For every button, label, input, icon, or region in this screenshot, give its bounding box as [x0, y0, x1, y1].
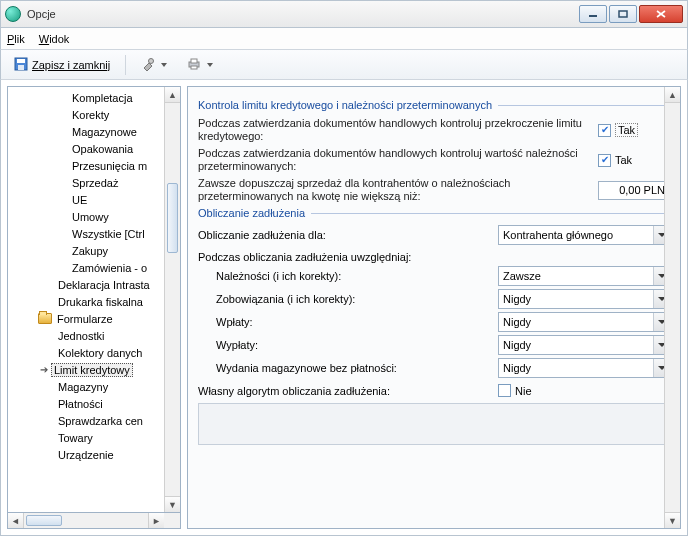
- tree-item-label: Formularze: [55, 313, 115, 325]
- save-close-label: Zapisz i zamknij: [32, 59, 110, 71]
- arrow-icon: ➔: [40, 364, 48, 375]
- tree-item[interactable]: Jednostki: [8, 327, 180, 344]
- svg-rect-5: [17, 59, 25, 63]
- tree-item[interactable]: Przesunięcia m: [8, 157, 180, 174]
- tree-item-label: Przesunięcia m: [70, 160, 149, 172]
- scroll-track[interactable]: [165, 103, 180, 496]
- chevron-down-icon: [161, 63, 167, 67]
- tree-item-label: Wszystkie [Ctrl: [70, 228, 147, 240]
- checkbox-control-credit-limit[interactable]: ✔ Tak: [598, 123, 670, 137]
- select-value: Zawsze: [503, 270, 541, 282]
- close-button[interactable]: [639, 5, 683, 23]
- tree-item[interactable]: UE: [8, 191, 180, 208]
- tree-item-label: Zakupy: [70, 245, 110, 257]
- tree-item[interactable]: Drukarka fiskalna: [8, 293, 180, 310]
- consider-select[interactable]: Nigdy: [498, 289, 670, 309]
- tree-item[interactable]: Magazyny: [8, 378, 180, 395]
- tree-item[interactable]: Urządzenie: [8, 446, 180, 463]
- tree-item-label: Sprzedaż: [70, 177, 120, 189]
- scroll-thumb[interactable]: [26, 515, 62, 526]
- tree-item-label: Deklaracja Intrasta: [56, 279, 152, 291]
- consider-label: Zobowiązania (i ich korekty):: [198, 293, 498, 305]
- tree-item[interactable]: Umowy: [8, 208, 180, 225]
- tree-panel: KompletacjaKorektyMagazynoweOpakowaniaPr…: [7, 86, 181, 529]
- checkbox-own-algorithm[interactable]: Nie: [498, 384, 670, 397]
- tree-item-label: Kolektory danych: [56, 347, 144, 359]
- scroll-down-button[interactable]: ▼: [165, 496, 180, 512]
- label-own-algorithm: Własny algorytm obliczania zadłużenia:: [198, 385, 498, 397]
- scroll-up-button[interactable]: ▲: [665, 87, 680, 103]
- tree-item-label: Magazynowe: [70, 126, 139, 138]
- tree-item-label: Korekty: [70, 109, 111, 121]
- consider-row: Wypłaty:Nigdy: [198, 335, 670, 355]
- tree-vscrollbar[interactable]: ▲ ▼: [164, 87, 180, 512]
- group-title-label: Kontrola limitu kredytowego i należności…: [198, 99, 492, 111]
- tree-item[interactable]: Wszystkie [Ctrl: [8, 225, 180, 242]
- consider-label: Wpłaty:: [198, 316, 498, 328]
- tree-item[interactable]: ➔Limit kredytowy: [8, 361, 180, 378]
- nav-tree[interactable]: KompletacjaKorektyMagazynoweOpakowaniaPr…: [7, 86, 181, 513]
- tree-item-label: Jednostki: [56, 330, 106, 342]
- client-area: KompletacjaKorektyMagazynoweOpakowaniaPr…: [0, 80, 688, 536]
- scroll-track[interactable]: [665, 103, 680, 512]
- consider-select[interactable]: Nigdy: [498, 335, 670, 355]
- scroll-thumb[interactable]: [167, 183, 178, 253]
- checkbox-icon: ✔: [598, 124, 611, 137]
- menubar: Plik Widok: [0, 28, 688, 50]
- checkbox-icon: ✔: [598, 154, 611, 167]
- group-credit-limit: Kontrola limitu kredytowego i należności…: [198, 99, 670, 111]
- scroll-up-button[interactable]: ▲: [165, 87, 180, 103]
- settings-panel: Kontrola limitu kredytowego i należności…: [187, 86, 681, 529]
- tree-item[interactable]: Formularze: [8, 310, 180, 327]
- consider-select[interactable]: Nigdy: [498, 312, 670, 332]
- tree-item-label: Zamówienia - o: [70, 262, 149, 274]
- scroll-right-button[interactable]: ►: [148, 513, 164, 528]
- tree-item[interactable]: Sprzedaż: [8, 174, 180, 191]
- tree-item-label: Towary: [56, 432, 95, 444]
- scroll-down-button[interactable]: ▼: [665, 512, 680, 528]
- consider-label: Wypłaty:: [198, 339, 498, 351]
- chevron-down-icon: [207, 63, 213, 67]
- tree-item[interactable]: Sprawdzarka cen: [8, 412, 180, 429]
- tree-item[interactable]: Zakupy: [8, 242, 180, 259]
- save-close-button[interactable]: Zapisz i zamknij: [7, 53, 117, 77]
- consider-row: Wpłaty:Nigdy: [198, 312, 670, 332]
- scroll-track[interactable]: [24, 513, 148, 528]
- description-box: [198, 403, 670, 445]
- tree-item[interactable]: Opakowania: [8, 140, 180, 157]
- folder-icon: [38, 313, 52, 324]
- tree-item-label: Umowy: [70, 211, 111, 223]
- tree-item[interactable]: Zamówienia - o: [8, 259, 180, 276]
- consider-select[interactable]: Nigdy: [498, 358, 670, 378]
- consider-row: Wydania magazynowe bez płatności:Nigdy: [198, 358, 670, 378]
- print-dropdown[interactable]: [180, 53, 220, 77]
- consider-select[interactable]: Zawsze: [498, 266, 670, 286]
- scroll-left-button[interactable]: ◄: [8, 513, 24, 528]
- tree-item[interactable]: Towary: [8, 429, 180, 446]
- tree-item[interactable]: Kompletacja: [8, 89, 180, 106]
- checkbox-label: Tak: [615, 154, 632, 166]
- tree-item-label: Limit kredytowy: [51, 363, 133, 377]
- tools-dropdown[interactable]: [134, 53, 174, 77]
- input-allow-amount[interactable]: 0,00 PLN: [598, 181, 670, 200]
- tree-item-label: Płatności: [56, 398, 105, 410]
- minimize-button[interactable]: [579, 5, 607, 23]
- menu-file[interactable]: Plik: [7, 33, 25, 45]
- tree-item-label: Drukarka fiskalna: [56, 296, 145, 308]
- window-title: Opcje: [27, 8, 579, 20]
- tree-item[interactable]: Kolektory danych: [8, 344, 180, 361]
- select-value: Nigdy: [503, 339, 531, 351]
- svg-rect-9: [191, 59, 197, 63]
- select-calc-for[interactable]: Kontrahenta głównego: [498, 225, 670, 245]
- checkbox-control-overdue[interactable]: ✔ Tak: [598, 154, 670, 167]
- toolbar: Zapisz i zamknij: [0, 50, 688, 80]
- tree-item[interactable]: Korekty: [8, 106, 180, 123]
- menu-view[interactable]: Widok: [39, 33, 70, 45]
- tree-item[interactable]: Płatności: [8, 395, 180, 412]
- titlebar: Opcje: [0, 0, 688, 28]
- panel-vscrollbar[interactable]: ▲ ▼: [664, 87, 680, 528]
- tree-hscrollbar[interactable]: ◄ ►: [7, 513, 181, 529]
- tree-item[interactable]: Deklaracja Intrasta: [8, 276, 180, 293]
- maximize-button[interactable]: [609, 5, 637, 23]
- tree-item[interactable]: Magazynowe: [8, 123, 180, 140]
